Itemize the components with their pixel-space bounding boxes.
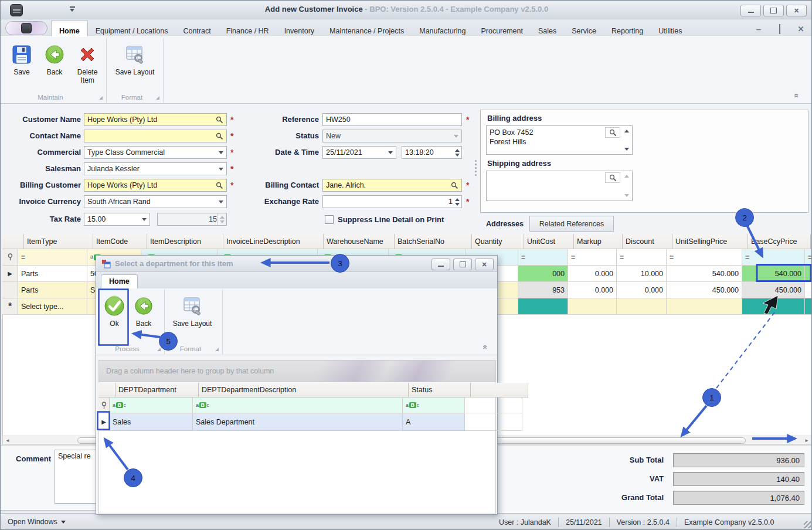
column-header-BatchSerialNo[interactable]: BatchSerialNo bbox=[395, 234, 472, 249]
spin-down-icon[interactable] bbox=[455, 203, 460, 206]
cell-Markup[interactable] bbox=[568, 298, 617, 315]
dialog-maximize-button[interactable] bbox=[453, 259, 472, 270]
tab-sales[interactable]: Sales bbox=[531, 21, 564, 38]
maximize-button[interactable] bbox=[763, 5, 784, 16]
dialog-filter-cell[interactable]: aBc bbox=[110, 398, 193, 413]
exchange-rate-spinner[interactable]: 1 bbox=[322, 195, 462, 208]
cell-Discount[interactable]: 0.000 bbox=[617, 282, 667, 298]
date-input[interactable]: 25/11/2021 bbox=[322, 146, 396, 159]
scroll-right-icon[interactable]: ► bbox=[802, 436, 811, 444]
customer-name-input[interactable]: Hope Works (Pty) Ltd bbox=[84, 113, 227, 126]
equals-filter-icon[interactable]: = bbox=[670, 253, 674, 261]
tab-reporting[interactable]: Reporting bbox=[604, 21, 651, 38]
dialog-title-bar[interactable]: Select a department for this item ✕ bbox=[96, 256, 497, 272]
dialog-cell-Status[interactable]: A bbox=[403, 413, 465, 431]
dialog-cell-DEPTDepartment[interactable]: Sales bbox=[110, 413, 193, 431]
invoice-currency-dropdown[interactable]: South African Rand bbox=[84, 195, 227, 208]
address-search-button[interactable] bbox=[605, 127, 620, 138]
mdi-restore-icon[interactable] bbox=[773, 25, 786, 33]
cell-Discount[interactable]: 10.000 bbox=[617, 266, 667, 282]
splitter-handle[interactable] bbox=[475, 160, 477, 176]
filter-cell[interactable]: = bbox=[742, 249, 805, 266]
dialog-cell-DEPTDepartmentDescription[interactable]: Sales Department bbox=[193, 413, 403, 431]
abc-filter-icon[interactable]: aBc bbox=[196, 402, 209, 408]
scroll-left-icon[interactable]: ◄ bbox=[3, 438, 12, 443]
filter-cell[interactable]: = bbox=[617, 249, 667, 266]
dialog-column-header-DEPTDepartment[interactable]: DEPTDepartment bbox=[115, 383, 199, 398]
chevron-down-icon[interactable] bbox=[219, 201, 223, 203]
abc-filter-icon[interactable]: aBc bbox=[406, 402, 419, 408]
equals-filter-icon[interactable]: = bbox=[745, 253, 749, 261]
dialog-save-layout-button[interactable]: Save Layout bbox=[168, 292, 216, 340]
filter-cell[interactable] bbox=[2, 249, 18, 266]
dialog-tab-home[interactable]: Home bbox=[101, 274, 138, 288]
cell-UnitSellingPrice[interactable] bbox=[667, 298, 742, 315]
dialog-filter-cell[interactable]: aBc bbox=[403, 398, 465, 413]
cell-Markup[interactable]: 0.000 bbox=[568, 282, 617, 298]
dialog-filter-cell[interactable]: aBc bbox=[193, 398, 403, 413]
collapse-ribbon-icon[interactable]: » bbox=[791, 93, 800, 98]
tab-home[interactable]: Home bbox=[51, 20, 88, 38]
search-icon[interactable] bbox=[216, 182, 223, 189]
cell-Discount[interactable] bbox=[617, 298, 667, 315]
time-spinner[interactable]: 13:18:20 bbox=[402, 146, 462, 159]
column-header-UnitCost[interactable]: UnitCost bbox=[524, 234, 574, 249]
tab-procurement[interactable]: Procurement bbox=[473, 21, 531, 38]
contact-name-input[interactable] bbox=[84, 130, 227, 142]
cell-ItemType[interactable]: Select type... bbox=[18, 298, 87, 315]
spin-up-icon[interactable] bbox=[455, 198, 460, 201]
tab-equipment-locations[interactable]: Equipment / Locations bbox=[88, 21, 176, 38]
chevron-down-icon[interactable] bbox=[219, 168, 223, 171]
group-dialog-launcher-icon[interactable] bbox=[99, 96, 103, 100]
dialog-column-header-DEPTDepartmentDescription[interactable]: DEPTDepartmentDescription bbox=[199, 383, 409, 398]
tax-rate-dropdown[interactable]: 15.00 bbox=[84, 213, 150, 226]
tab-utilities[interactable]: Utilities bbox=[651, 21, 689, 38]
cell-UnitCost[interactable] bbox=[518, 298, 568, 315]
tab-contract[interactable]: Contract bbox=[175, 21, 218, 38]
column-header-InvoiceLineDescription[interactable]: InvoiceLineDescription bbox=[223, 234, 324, 249]
search-icon[interactable] bbox=[216, 132, 223, 140]
group-dialog-launcher-icon[interactable] bbox=[156, 96, 159, 100]
open-windows-button[interactable]: Open Windows bbox=[8, 518, 66, 526]
cell-UnitCost[interactable]: 953 bbox=[518, 282, 568, 298]
save-layout-button[interactable]: Save Layout bbox=[111, 40, 158, 89]
cell-UnitSellingPrice[interactable]: 450.000 bbox=[667, 282, 742, 298]
cell-ItemType[interactable]: Parts bbox=[18, 266, 87, 282]
search-icon[interactable] bbox=[216, 116, 223, 124]
billing-contact-input[interactable]: Jane. Alrich. bbox=[322, 179, 462, 192]
column-header-BaseCcyPrice[interactable]: BaseCcyPrice bbox=[748, 234, 811, 249]
address-search-button[interactable] bbox=[605, 172, 620, 183]
tab-manufacturing[interactable]: Manufacturing bbox=[412, 21, 473, 38]
equals-filter-icon[interactable]: = bbox=[620, 253, 624, 261]
cell-Markup[interactable]: 0.000 bbox=[568, 266, 617, 282]
dialog-column-header-Status[interactable]: Status bbox=[409, 383, 471, 398]
cell-TaxR...[interactable]: 15.000 bbox=[805, 282, 812, 298]
column-header-Discount[interactable]: Discount bbox=[623, 234, 672, 249]
delete-item-button[interactable]: Delete Item bbox=[71, 40, 104, 89]
column-header-Quantity[interactable]: Quantity bbox=[472, 234, 524, 249]
mdi-minimize-icon[interactable]: – bbox=[752, 24, 765, 34]
tab-related-references[interactable]: Related References bbox=[529, 216, 614, 232]
tab-addresses[interactable]: Addresses bbox=[483, 216, 527, 231]
dialog-close-button[interactable]: ✕ bbox=[475, 259, 494, 270]
spin-down-icon[interactable] bbox=[455, 154, 460, 157]
dialog-table-row[interactable]: ▶SalesSales DepartmentA bbox=[98, 413, 528, 431]
column-header-ItemCode[interactable]: ItemCode bbox=[93, 234, 147, 249]
suppress-line-detail-checkbox[interactable] bbox=[325, 215, 334, 224]
cell-BaseCcyPrice[interactable]: 540.000 bbox=[742, 266, 805, 282]
column-header-ItemType[interactable]: ItemType bbox=[24, 234, 93, 249]
cell-ItemType[interactable]: Parts bbox=[18, 282, 87, 298]
scroll-up-icon[interactable] bbox=[624, 130, 629, 132]
salesman-dropdown[interactable]: Julanda Kessler bbox=[84, 162, 227, 175]
equals-filter-icon[interactable]: = bbox=[808, 253, 812, 261]
tab-service[interactable]: Service bbox=[564, 21, 604, 38]
tab-maintenance-projects[interactable]: Maintenance / Projects bbox=[322, 21, 412, 38]
column-header-WarehouseName[interactable]: WarehouseName bbox=[324, 234, 395, 249]
cell-BaseCcyPrice[interactable] bbox=[742, 298, 805, 315]
dialog-ok-button[interactable]: Ok bbox=[100, 292, 129, 340]
column-header-Markup[interactable]: Markup bbox=[574, 234, 623, 249]
abc-filter-icon[interactable]: aBc bbox=[113, 402, 126, 408]
spin-down-icon[interactable] bbox=[220, 220, 225, 223]
tab-inventory[interactable]: Inventory bbox=[277, 21, 322, 38]
shipping-address-input[interactable] bbox=[486, 171, 633, 201]
